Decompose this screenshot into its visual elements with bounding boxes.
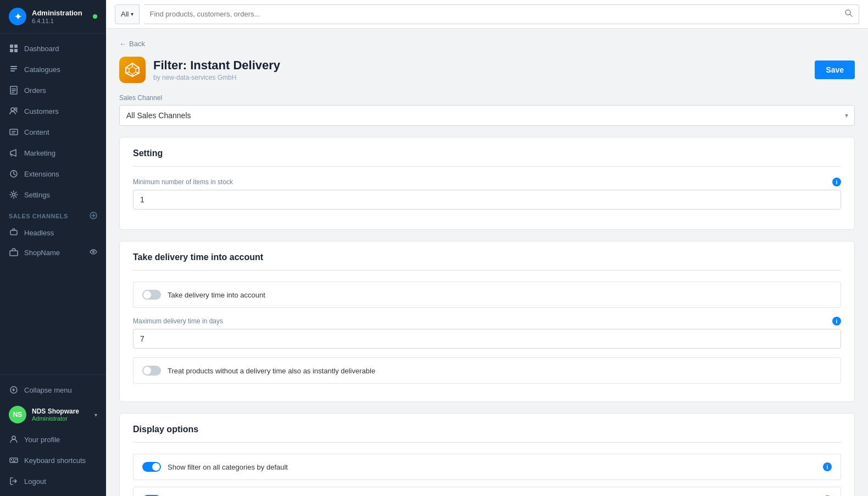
customers-icon — [9, 106, 19, 116]
logout-label: Logout — [24, 477, 46, 486]
content-icon — [9, 127, 19, 137]
shopname-icon — [9, 247, 19, 257]
page-title: Filter: Instant Delivery — [153, 58, 280, 73]
profile-label: Your profile — [24, 436, 60, 444]
svg-rect-10 — [12, 92, 14, 93]
extensions-icon — [9, 169, 19, 179]
app-name: Administration — [32, 9, 82, 18]
orders-icon — [9, 85, 19, 95]
sidebar: ✦ Administration 6.4.11.1 Dashboard Cata… — [0, 0, 106, 496]
plugin-icon — [119, 57, 146, 83]
max-days-field: Maximum delivery time in days i — [133, 317, 841, 349]
dashboard-icon — [9, 43, 19, 53]
delivery-toggle-row: Take delivery time into account — [133, 282, 841, 308]
min-stock-field: Minimum number of items in stock i — [133, 178, 841, 210]
user-menu[interactable]: NS NDS Shopware Administrator ▾ — [0, 400, 106, 429]
sidebar-item-dashboard[interactable]: Dashboard — [0, 38, 106, 59]
back-arrow-icon: ← — [119, 40, 126, 48]
sales-channels-section: Sales Channels — [0, 205, 106, 223]
sidebar-item-content[interactable]: Content — [0, 122, 106, 142]
sales-channels-title: Sales Channels — [9, 213, 68, 219]
sidebar-item-label: Content — [24, 128, 49, 136]
user-info: NDS Shopware Administrator — [32, 407, 79, 422]
sidebar-item-shortcuts[interactable]: Keyboard shortcuts — [0, 450, 106, 471]
sidebar-item-label: Extensions — [24, 170, 59, 178]
display-card: Display options Show filter on all categ… — [119, 413, 855, 496]
svg-rect-2 — [10, 49, 13, 52]
status-dot — [93, 14, 97, 19]
svg-rect-3 — [14, 49, 18, 52]
svg-rect-18 — [10, 251, 18, 256]
min-stock-label: Minimum number of items in stock — [133, 178, 233, 186]
delivery-toggle-label: Take delivery time into account — [168, 291, 832, 299]
svg-rect-5 — [10, 68, 17, 69]
sidebar-item-orders[interactable]: Orders — [0, 80, 106, 101]
logout-icon — [9, 476, 19, 486]
show-filter-toggle[interactable] — [142, 462, 161, 472]
sales-channel-label: Sales Channel — [119, 94, 855, 102]
topbar: All ▾ — [106, 0, 868, 29]
filter-label: All — [121, 10, 129, 18]
page-title-block: Filter: Instant Delivery by new-data-ser… — [153, 58, 280, 81]
app-logo: ✦ — [9, 8, 26, 25]
catalogues-icon — [9, 64, 19, 74]
delivery-toggle[interactable] — [142, 290, 161, 300]
instant-toggle[interactable] — [142, 366, 161, 376]
sidebar-item-settings[interactable]: Settings — [0, 184, 106, 205]
svg-point-21 — [12, 436, 15, 439]
sales-channel-select-wrap: All Sales Channels ▾ — [119, 105, 855, 126]
sidebar-item-extensions[interactable]: Extensions — [0, 163, 106, 184]
filter-chevron-icon: ▾ — [131, 11, 133, 17]
min-stock-input[interactable] — [133, 190, 841, 210]
collapse-icon — [9, 385, 19, 395]
setting-card: Setting Minimum number of items in stock… — [119, 137, 855, 230]
search-submit-button[interactable] — [844, 9, 853, 19]
svg-rect-24 — [13, 459, 14, 460]
keyboard-icon — [9, 455, 19, 465]
search-filter-dropdown[interactable]: All ▾ — [115, 4, 140, 24]
svg-rect-6 — [10, 70, 15, 71]
app-info: Administration 6.4.11.1 — [32, 9, 82, 24]
max-days-input[interactable] — [133, 329, 841, 349]
settings-icon — [9, 190, 19, 200]
sales-channel-select[interactable]: All Sales Channels — [119, 105, 855, 126]
sidebar-item-label: Customers — [24, 107, 59, 115]
sidebar-item-marketing[interactable]: Marketing — [0, 142, 106, 163]
back-link[interactable]: ← Back — [119, 40, 855, 48]
back-label: Back — [129, 40, 145, 48]
max-days-label-row: Maximum delivery time in days i — [133, 317, 841, 326]
max-days-info-icon[interactable]: i — [832, 317, 841, 326]
save-button[interactable]: Save — [815, 60, 855, 79]
sidebar-channel-headless[interactable]: Headless — [0, 223, 106, 243]
svg-marker-29 — [129, 67, 136, 74]
sidebar-item-profile[interactable]: Your profile — [0, 429, 106, 450]
sidebar-item-label: Catalogues — [24, 65, 60, 74]
sidebar-item-label: Marketing — [24, 149, 55, 157]
svg-rect-23 — [11, 459, 12, 460]
add-channel-icon[interactable] — [90, 212, 97, 221]
show-filter-info-icon[interactable]: i — [823, 462, 832, 471]
app-version: 6.4.11.1 — [32, 18, 82, 24]
sidebar-item-catalogues[interactable]: Catalogues — [0, 59, 106, 80]
collapse-label: Collapse menu — [24, 386, 72, 394]
sidebar-item-logout[interactable]: Logout — [0, 471, 106, 492]
instant-toggle-label: Treat products without a delivery time a… — [168, 367, 832, 375]
search-input[interactable] — [149, 10, 844, 18]
svg-point-12 — [15, 108, 17, 110]
main: All ▾ ← Back — [106, 0, 868, 496]
sidebar-collapse-menu[interactable]: Collapse menu — [0, 379, 106, 400]
user-menu-chevron: ▾ — [94, 412, 97, 418]
page-header-left: Filter: Instant Delivery by new-data-ser… — [119, 57, 280, 83]
sidebar-item-customers[interactable]: Customers — [0, 101, 106, 122]
min-stock-info-icon[interactable]: i — [832, 178, 841, 186]
visibility-icon[interactable] — [90, 248, 97, 257]
svg-rect-25 — [15, 459, 16, 460]
sidebar-channel-shopname[interactable]: ShopName — [0, 243, 106, 262]
marketing-icon — [9, 148, 19, 158]
svg-rect-8 — [12, 89, 16, 90]
show-filter-toggle-label: Show filter on all categories by default — [168, 463, 816, 471]
sales-channel-section: Sales Channel All Sales Channels ▾ — [119, 94, 855, 126]
page-subtitle: by new-data-services GmbH — [153, 74, 280, 81]
search-bar — [144, 4, 859, 24]
max-days-label: Maximum delivery time in days — [133, 317, 223, 325]
